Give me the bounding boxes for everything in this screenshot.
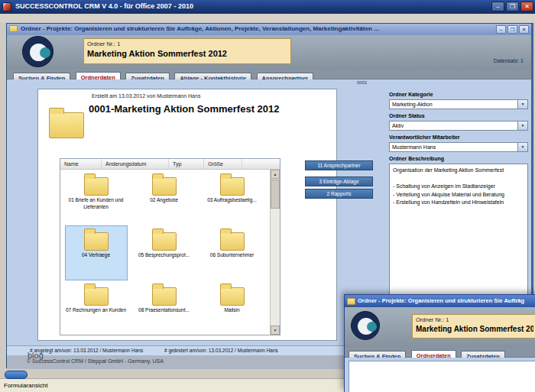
angelegt-info: # angelegt am/von: 13.03.2012 / Musterma… (30, 348, 143, 353)
successcontrol-logo (22, 36, 54, 67)
geaendert-info: # geändert am/von: 13.03.2012 / Musterma… (164, 348, 278, 353)
scroll-up-icon[interactable]: ▲ (271, 170, 280, 179)
folder-panel: Erstellt am 13.03.2012 von Mustermann Ha… (37, 89, 337, 341)
close-icon[interactable]: ✕ (519, 25, 529, 34)
app-icon (2, 2, 11, 11)
app-title: SUCCESSCONTROL CRM V 4.0 - für Office 20… (15, 2, 193, 10)
status-label: Ordner Status (389, 113, 425, 118)
copyright-text: © SuccessControl CRM / Steppat GmbH - Ge… (27, 358, 164, 364)
folder-icon (220, 287, 245, 306)
folder-icon (84, 177, 109, 196)
mitarbeiter-label: Verantwortlicher Mitarbeiter (389, 134, 460, 140)
tab-bar: Suchen & Finden Ordnerdaten Zusatzdaten … (345, 347, 535, 358)
maximize-icon[interactable]: ❒ (507, 25, 517, 34)
created-info: Erstellt am 13.03.2012 von Mustermann Ha… (92, 93, 200, 99)
watermark-text: blog (28, 351, 44, 360)
list-header: Name Änderungsdatum Typ Größe (60, 159, 280, 170)
scrollbar-thumb[interactable] (271, 180, 280, 209)
folder-item[interactable]: 01 Briefe an Kunden und Lieferanten (65, 170, 128, 225)
folder-item[interactable]: 08 Praesentationsunt... (133, 280, 196, 335)
window-title: Ordner - Projekte: Organisieren und stru… (358, 297, 524, 304)
folder-item-selected[interactable]: 04 Vertraege (65, 225, 128, 280)
folder-item[interactable]: 02 Angebote (133, 170, 196, 225)
ansprechpartner-button[interactable]: 11 Ansprechpartner (305, 160, 373, 170)
tab-bar: Suchen & Finden Ordnerdaten Zusatzdaten … (7, 69, 531, 79)
folder-item-label: 05 Besprechungsprot... (138, 252, 190, 259)
page-marker: 0001 (357, 80, 367, 85)
folder-item-label: 04 Vertraege (82, 252, 110, 259)
folder-panel (349, 361, 535, 392)
folder-item[interactable]: Mailsin (201, 280, 264, 335)
record-number: Ordner Nr.: 1 (87, 40, 287, 47)
form-header: Ordner Nr.: 1 Marketing Aktion Sommerfes… (345, 307, 535, 347)
form-content (345, 358, 535, 392)
close-icon[interactable]: ✕ (520, 2, 533, 11)
kategorie-dropdown[interactable]: Marketing-Aktion ▼ (389, 99, 528, 109)
column-header-filler (242, 159, 280, 169)
column-header-date[interactable]: Änderungsdatum (102, 159, 169, 169)
statusbar-text: Formularansicht (4, 382, 47, 389)
folder-icon (152, 177, 177, 196)
folder-item-label: 02 Angebote (150, 197, 178, 204)
folder-icon (84, 287, 109, 306)
folder-title: 0001-Marketing Aktion Sommerfest 2012 (89, 103, 280, 115)
eintraege-ablage-button[interactable]: 3 Einträge-Ablage (305, 177, 373, 186)
big-folder-icon (49, 112, 84, 138)
app-titlebar[interactable]: SUCCESSCONTROL CRM V 4.0 - für Office 20… (0, 0, 535, 14)
minimize-icon[interactable]: – (491, 2, 504, 11)
folder-item[interactable]: 06 Subunternehmer (201, 225, 264, 280)
form-header: Ordner Nr.: 1 Marketing Aktion Sommerfes… (7, 35, 531, 69)
mitarbeiter-dropdown[interactable]: Mustermann Hans ▼ (389, 142, 528, 152)
record-title: Marketing Aktion Sommerfest 20 (416, 325, 533, 333)
folder-item-label: 01 Briefe an Kunden und Lieferanten (66, 197, 127, 211)
file-list: Name Änderungsdatum Typ Größe 01 Briefe … (60, 158, 280, 335)
dropdown-arrow-icon[interactable]: ▼ (517, 100, 527, 109)
record-title: Marketing Aktion Sommerfest 2012 (87, 49, 287, 58)
folder-grid: 01 Briefe an Kunden und Lieferanten 02 A… (62, 170, 270, 335)
maximize-icon[interactable]: ❒ (506, 2, 519, 11)
scroll-down-icon[interactable]: ▼ (271, 326, 280, 335)
folder-icon (152, 287, 177, 306)
datensatz-counter: Datensatz: 1 (494, 58, 524, 63)
folder-icon (220, 232, 245, 251)
column-header-size[interactable]: Größe (204, 159, 242, 169)
dropdown-arrow-icon[interactable]: ▼ (517, 121, 527, 130)
record-number: Ordner Nr.: 1 (416, 316, 533, 323)
window-title: Ordner - Projekte: Organisieren und stru… (21, 25, 379, 32)
rapports-button[interactable]: 2 Rapports (305, 189, 373, 199)
folder-icon (220, 177, 245, 196)
taskbar-button[interactable] (5, 371, 28, 379)
kategorie-label: Ordner Kategorie (389, 92, 433, 97)
folder-item[interactable]: 07 Rechnungen an Kunden (65, 280, 128, 335)
folder-item-label: Mailsin (224, 307, 239, 314)
folder-item[interactable]: 03 Auftragsbestaetig... (201, 170, 264, 225)
window-folder-icon (347, 298, 355, 305)
folder-item-label: 06 Subunternehmer (210, 252, 254, 259)
window-titlebar[interactable]: Ordner - Projekte: Organisieren und stru… (7, 24, 531, 35)
minimize-icon[interactable]: – (496, 25, 506, 34)
window-folder-icon (9, 25, 18, 32)
dropdown-arrow-icon[interactable]: ▼ (517, 143, 527, 151)
successcontrol-logo (351, 311, 380, 340)
record-header-box: Ordner Nr.: 1 Marketing Aktion Sommerfes… (83, 38, 291, 64)
scrollbar[interactable]: ▲ ▼ (270, 170, 280, 335)
kategorie-value: Marketing-Aktion (392, 100, 433, 109)
beschreibung-label: Ordner Beschreibung (389, 156, 444, 161)
window-titlebar[interactable]: Ordner - Projekte: Organisieren und stru… (345, 295, 535, 307)
column-header-name[interactable]: Name (60, 159, 102, 169)
column-header-type[interactable]: Typ (169, 159, 204, 169)
folder-item[interactable]: 05 Besprechungsprot... (133, 225, 196, 280)
folder-icon (152, 232, 177, 251)
record-header-box: Ordner Nr.: 1 Marketing Aktion Sommerfes… (412, 314, 535, 339)
status-dropdown[interactable]: Aktiv ▼ (389, 121, 528, 131)
folder-item-label: 03 Auftragsbestaetig... (207, 197, 257, 204)
folder-item-label: 08 Praesentationsunt... (138, 307, 190, 314)
folder-item-label: 07 Rechnungen an Kunden (66, 307, 126, 314)
mitarbeiter-value: Mustermann Hans (392, 143, 436, 151)
status-value: Aktiv (392, 121, 404, 130)
folder-icon (84, 232, 109, 251)
app-background-strip (0, 14, 535, 23)
secondary-window: Ordner - Projekte: Organisieren und stru… (344, 294, 535, 392)
